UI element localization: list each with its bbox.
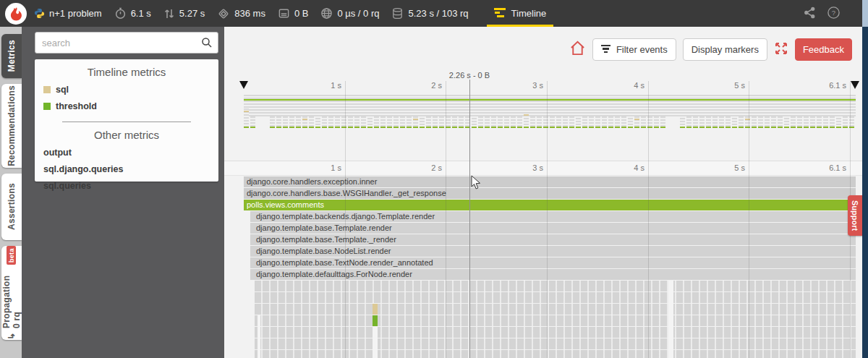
minimap-column [504,116,509,128]
minimap-column [420,112,425,128]
left-tab-strip: Metrics Recommendations Assertions ↳ Pro… [0,27,22,358]
minimap-column [335,116,340,128]
minimap-column [621,116,626,128]
metric-item[interactable]: sql.django.queries [43,164,218,174]
minimap-column [250,116,255,128]
minimap-column [309,116,314,128]
ruler-tick-label: 6.1 s [817,81,846,90]
cursor-position-label: 2.26 s - 0 B [426,71,513,80]
database-icon [391,7,404,20]
timeline-span-bar[interactable]: polls.views.comments [244,200,856,210]
filter-events-button[interactable]: Filter events [592,38,676,61]
propagation-arrow-icon: ↳ [7,333,17,340]
feedback-button[interactable]: Feedback [795,38,852,61]
minimap-band [244,95,856,116]
minimap-green-dash [407,127,412,128]
minimap-column [797,116,802,128]
sidebar-tab-propagation[interactable]: ↳ Propagation 0 rq beta [1,246,22,340]
minimap-green-dash [641,127,646,128]
minimap-green-dash [693,127,698,128]
home-icon[interactable] [569,40,586,59]
minimap-column [615,116,620,128]
minimap-green-dash [524,127,529,128]
metric-legend-item[interactable]: threshold [43,101,218,111]
minimap-column [582,116,587,128]
minimap-column [739,116,744,128]
minimap-column [348,116,353,128]
search-icon[interactable] [201,37,213,51]
minimap-column [244,108,249,128]
timeline-span-bar[interactable]: django.core.handlers.exception.inner [244,176,856,187]
search-input[interactable] [35,32,218,54]
minimap-column [452,116,457,128]
minimap-green-dash [452,127,457,128]
minimap-column [771,116,776,128]
timeline-colored-segment[interactable] [373,304,378,315]
minimap-column [296,116,301,128]
timeline-span-bar[interactable]: django.template.defaulttags.ForNode.rend… [250,269,856,280]
metric-legend-item[interactable]: sql [43,85,218,95]
minimap-green-dash [348,127,353,128]
minimap-column [387,116,392,128]
timeline-span-bar[interactable]: django.template.base.TextNode.render_ann… [250,257,856,268]
minimap-column [485,116,490,128]
minimap-column [843,116,848,128]
minimap-green-dash [712,127,718,128]
minimap-column [634,116,639,128]
sidebar-tab-recommendations[interactable]: Recommendations [1,84,22,168]
metric-item[interactable]: output [43,148,218,158]
metric-item[interactable]: sql.queries [43,181,218,191]
minimap-column [439,116,444,128]
beta-badge: beta [7,246,17,265]
tab-timeline[interactable]: Timeline [485,0,556,27]
minimap-green-dash [732,127,737,128]
minimap-column [498,116,503,128]
minimap-green-dash [283,127,288,128]
minimap-column [765,116,770,128]
svg-text:?: ? [832,9,835,17]
sidebar-tab-assertions[interactable]: Assertions [1,174,22,240]
minimap-column [686,116,692,128]
sidebar-tab-metrics[interactable]: Metrics [1,34,22,78]
minimap-green-dash [602,127,607,128]
timeline-span-bar[interactable]: django.template.base.Template.render [250,223,856,234]
share-icon[interactable] [804,7,816,21]
fullscreen-icon[interactable] [774,41,788,59]
timeline-span-bar[interactable]: django.template.backends.django.Template… [250,211,856,222]
support-tab[interactable]: Support [848,195,862,236]
timeline-span-bar[interactable]: django.core.handlers.base.WSGIHandler._g… [244,188,856,199]
network-value: 0 µs / 0 rq [337,8,379,19]
minimap-column [836,112,841,128]
minimap-green-dash [367,127,373,128]
minimap-green-dash [817,127,822,128]
io-wait-stat: 5.27 s [163,8,205,20]
timeline-colored-segment[interactable] [373,315,378,326]
timeline-span-bar[interactable]: django.template.base.Template._render [250,234,856,245]
minimap-green-dash [537,127,542,128]
minimap-handle-right[interactable] [851,81,859,89]
blackfire-logo-icon[interactable] [5,3,27,25]
help-icon[interactable]: ? [827,6,841,22]
minimap-column [433,116,438,128]
python-icon [34,8,45,19]
profile-name-group: n+1 problem [34,8,102,19]
timeline-span-bar[interactable]: django.template.base.NodeList.render [250,246,856,257]
updown-arrows-icon [163,8,175,20]
ruler-tick-label: 4 s [616,81,644,90]
minimap-column [446,116,451,128]
minimap-column [719,116,724,128]
minimap-sql-dash [302,119,307,120]
minimap-green-dash [660,127,665,128]
minimap-green-dash [276,127,281,128]
minimap-column [517,116,522,128]
minimap-column [791,116,796,128]
io-wait-value: 5.27 s [179,8,205,19]
minimap-handle-left[interactable] [239,81,248,89]
minimap-green-dash [706,127,711,128]
minimap-column [380,116,386,128]
display-markers-button[interactable]: Display markers [683,38,767,61]
cpu-time-stat: 836 ms [217,7,265,20]
minimap-green-dash [309,127,314,128]
blackfire-profiler-window: n+1 problem 6.1 s 5.27 s 836 ms 0 B [0,0,868,358]
minimap-column [491,116,496,128]
